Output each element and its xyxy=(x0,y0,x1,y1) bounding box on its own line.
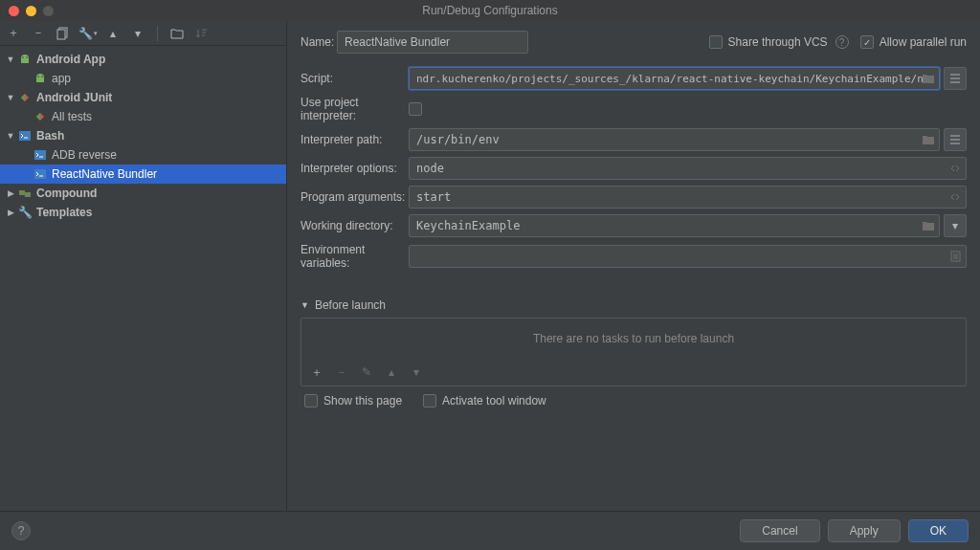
before-launch-empty: There are no tasks to run before launch xyxy=(301,319,966,359)
browse-script-button[interactable] xyxy=(917,67,940,90)
before-launch-header[interactable]: ▼ Before launch xyxy=(301,297,967,314)
script-options-button[interactable] xyxy=(944,67,967,90)
junit-icon xyxy=(33,110,48,123)
window-title: Run/Debug Configurations xyxy=(0,4,980,17)
interp-opts-label: Interpreter options: xyxy=(301,162,409,175)
sidebar: ＋ － 🔧▾ ▴ ▾ ▼ Android App app ▼ Andr xyxy=(0,21,287,511)
before-launch-title: Before launch xyxy=(315,298,386,312)
svg-point-3 xyxy=(26,56,28,58)
workdir-dropdown-button[interactable]: ▾ xyxy=(944,214,967,237)
tree-node-all-tests[interactable]: All tests xyxy=(0,107,286,126)
sort-button xyxy=(194,26,210,41)
script-label: Script: xyxy=(301,72,409,85)
env-edit-button[interactable] xyxy=(944,245,967,268)
interp-path-label: Interpreter path: xyxy=(301,133,409,146)
tree-label: app xyxy=(52,72,71,85)
help-button[interactable]: ? xyxy=(11,521,31,540)
folder-button[interactable] xyxy=(169,26,185,41)
script-input[interactable] xyxy=(409,67,940,90)
tree-label: Bash xyxy=(36,129,64,143)
tree-node-android-junit[interactable]: ▼ Android JUnit xyxy=(0,88,286,107)
use-proj-interp-label: Use project interpreter: xyxy=(301,96,409,122)
toolbar-separator xyxy=(157,26,158,41)
task-up-button: ▴ xyxy=(384,364,399,380)
remove-config-button[interactable]: － xyxy=(31,26,46,41)
svg-point-2 xyxy=(22,56,24,58)
help-icon[interactable]: ? xyxy=(835,35,849,49)
show-page-checkbox[interactable] xyxy=(304,394,318,407)
svg-rect-10 xyxy=(25,192,31,197)
chevron-right-icon: ▶ xyxy=(4,208,17,217)
env-label: Environment variables: xyxy=(301,243,409,270)
tree-label: All tests xyxy=(52,110,92,123)
chevron-down-icon: ▼ xyxy=(4,93,17,102)
bash-icon xyxy=(33,167,48,181)
browse-interp-button[interactable] xyxy=(917,128,940,151)
expand-interp-opts-button[interactable] xyxy=(944,157,967,180)
activate-tool-label: Activate tool window xyxy=(442,394,546,407)
wrench-icon: 🔧 xyxy=(17,206,33,219)
apply-button[interactable]: Apply xyxy=(828,519,901,542)
android-icon xyxy=(17,53,33,66)
workdir-input[interactable] xyxy=(409,214,940,237)
ok-button[interactable]: OK xyxy=(908,519,969,542)
compound-icon xyxy=(17,187,33,200)
interp-path-input[interactable] xyxy=(409,128,940,151)
sidebar-toolbar: ＋ － 🔧▾ ▴ ▾ xyxy=(0,21,286,46)
add-config-button[interactable]: ＋ xyxy=(6,26,21,41)
tree-label: ADB reverse xyxy=(52,148,117,162)
prog-args-input[interactable] xyxy=(409,186,967,209)
copy-config-button[interactable] xyxy=(56,26,71,41)
junit-icon xyxy=(17,91,33,104)
svg-rect-6 xyxy=(19,131,31,141)
cancel-button[interactable]: Cancel xyxy=(740,519,819,542)
name-label: Name: xyxy=(301,35,337,49)
bash-icon xyxy=(33,148,48,162)
use-proj-interp-checkbox[interactable] xyxy=(409,102,422,116)
interp-options-button[interactable] xyxy=(944,128,967,151)
tree-label: ReactNative Bundler xyxy=(52,167,157,181)
tree-node-compound[interactable]: ▶ Compound xyxy=(0,184,286,203)
show-page-label: Show this page xyxy=(323,394,402,407)
name-input[interactable] xyxy=(337,31,528,54)
chevron-down-icon: ▼ xyxy=(4,131,17,141)
chevron-down-icon: ▼ xyxy=(4,55,17,64)
before-launch-panel: There are no tasks to run before launch … xyxy=(301,318,967,386)
expand-prog-args-button[interactable] xyxy=(944,186,967,209)
tree-node-app[interactable]: app xyxy=(0,69,286,88)
edit-task-button: ✎ xyxy=(359,364,374,380)
svg-rect-9 xyxy=(19,190,25,195)
svg-rect-8 xyxy=(34,169,46,179)
tree-label: Android App xyxy=(36,53,105,66)
tree-node-bash[interactable]: ▼ Bash xyxy=(0,126,286,145)
add-task-button[interactable]: ＋ xyxy=(309,364,324,380)
tree-label: Compound xyxy=(36,187,97,200)
tree-label: Android JUnit xyxy=(36,91,112,104)
interp-opts-input[interactable] xyxy=(409,157,967,180)
footer: ? Cancel Apply OK xyxy=(0,511,980,550)
tree-node-templates[interactable]: ▶ 🔧 Templates xyxy=(0,203,286,222)
browse-workdir-button[interactable] xyxy=(917,214,940,237)
svg-rect-7 xyxy=(34,150,46,160)
config-tree[interactable]: ▼ Android App app ▼ Android JUnit All te… xyxy=(0,46,286,511)
tree-label: Templates xyxy=(36,206,92,219)
env-input[interactable] xyxy=(409,245,967,268)
bash-icon xyxy=(17,129,33,143)
svg-point-5 xyxy=(41,76,43,77)
chevron-down-icon: ▼ xyxy=(301,300,309,310)
tree-node-reactnative-bundler[interactable]: ReactNative Bundler xyxy=(0,165,286,184)
settings-button[interactable]: 🔧▾ xyxy=(80,26,96,41)
allow-parallel-checkbox[interactable] xyxy=(860,35,874,49)
task-down-button: ▾ xyxy=(409,364,424,380)
share-vcs-label: Share through VCS xyxy=(728,35,828,49)
activate-tool-checkbox[interactable] xyxy=(423,394,436,407)
tree-node-android-app[interactable]: ▼ Android App xyxy=(0,50,286,69)
tree-node-adb-reverse[interactable]: ADB reverse xyxy=(0,145,286,165)
share-vcs-checkbox[interactable] xyxy=(709,35,723,49)
workdir-label: Working directory: xyxy=(301,219,409,232)
allow-parallel-label: Allow parallel run xyxy=(880,35,967,49)
move-down-button[interactable]: ▾ xyxy=(130,26,145,41)
main-panel: Name: Share through VCS ? Allow parallel… xyxy=(287,21,980,511)
move-up-button[interactable]: ▴ xyxy=(105,26,121,41)
prog-args-label: Program arguments: xyxy=(301,190,409,204)
